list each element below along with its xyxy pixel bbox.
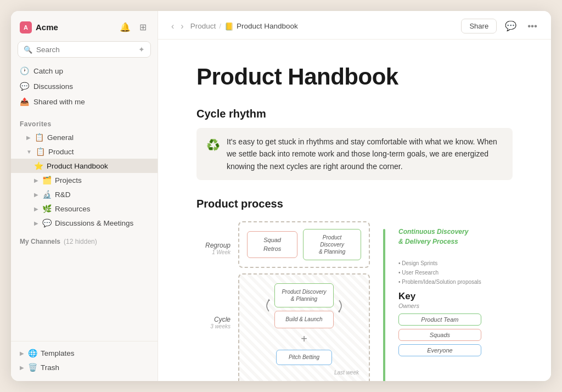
chevron-right-icon: ▶ <box>34 177 38 183</box>
layout-icon[interactable]: ⊞ <box>137 21 149 33</box>
arrow-right-icon <box>337 298 346 314</box>
catchup-icon: 🕐 <box>20 66 29 75</box>
process-right: Continuous Discovery & Delivery Process … <box>398 221 481 360</box>
general-icon: 📋 <box>35 133 44 142</box>
sidebar-item-product-handbook[interactable]: ⭐ Product Handbook <box>11 159 158 173</box>
build-launch-card: Build & Launch <box>274 311 333 328</box>
workspace-icon: A <box>20 21 32 33</box>
main-content: ‹ › Product / 📒 Product Handbook Share 💬… <box>158 11 551 381</box>
projects-icon: 🗂️ <box>42 176 52 184</box>
content-area: Product Handbook Cycle rhythm ♻️ It's ea… <box>158 40 551 381</box>
key-squads: Squads <box>398 329 481 341</box>
search-input[interactable] <box>36 46 134 54</box>
sidebar-item-discussions[interactable]: 💬 Discussions <box>11 79 158 94</box>
cycle-label: Cycle <box>214 316 231 323</box>
comment-icon[interactable]: 💬 <box>502 19 519 33</box>
discovery-planning-card-top: Product Discovery& Planning <box>303 229 361 260</box>
breadcrumb-parent[interactable]: Product <box>190 22 216 30</box>
arrow-left-icon <box>262 298 271 314</box>
templates-icon: 🌐 <box>28 349 37 357</box>
discussions-icon: 💬 <box>20 82 29 91</box>
more-options-icon[interactable]: ••• <box>525 19 540 33</box>
sidebar-header: A Acme 🔔 ⊞ <box>11 11 158 39</box>
key-title: Key <box>398 291 481 302</box>
svg-marker-1 <box>338 311 340 313</box>
favorites-header: Favorites <box>11 113 158 130</box>
sidebar-item-trash[interactable]: ▶ 🗑️ Trash <box>11 360 158 374</box>
product-icon: 📋 <box>36 147 45 156</box>
breadcrumb-current[interactable]: 📒 Product Handbook <box>224 22 298 31</box>
sidebar-item-catchup[interactable]: 🕐 Catch up <box>11 63 158 79</box>
process-diagram: Regroup 1 Week Cycle 3 weeks <box>196 221 513 381</box>
chevron-down-icon: ▼ <box>26 149 32 155</box>
sidebar-item-rnd[interactable]: ▶ 🔬 R&D <box>11 187 158 201</box>
breadcrumb-separator: / <box>219 22 221 30</box>
svg-marker-0 <box>268 299 270 301</box>
back-button[interactable]: ‹ <box>169 20 176 32</box>
product-process-title: Product process <box>196 198 513 210</box>
channels-label: My Channels <box>20 238 60 245</box>
notes-list: • Design Sprints • User Research • Probl… <box>398 259 481 287</box>
regroup-label: Regroup <box>205 242 231 249</box>
notification-icon[interactable]: 🔔 <box>117 21 133 33</box>
regroup-duration: 1 Week <box>212 249 231 255</box>
search-bar[interactable]: 🔍 ✦ <box>18 41 151 58</box>
continuous-label: Continuous Discovery & Delivery Process <box>398 227 470 247</box>
callout-box: ♻️ It's easy to get stuck in rhythms and… <box>196 128 513 180</box>
vertical-line <box>383 229 385 381</box>
chevron-right-icon: ▶ <box>34 192 38 198</box>
topbar-actions: Share 💬 ••• <box>461 19 540 33</box>
key-everyone: Everyone <box>398 344 481 356</box>
sidebar-icon-group: 🔔 ⊞ <box>117 21 149 33</box>
plus-icon: + <box>301 333 307 345</box>
search-icon: 🔍 <box>24 46 32 54</box>
sidebar-nav: 🕐 Catch up 💬 Discussions 📤 Shared with m… <box>11 62 158 113</box>
callout-text: It's easy to get stuck in rhythms and st… <box>227 136 503 172</box>
share-button[interactable]: Share <box>461 19 497 33</box>
chevron-right-icon: ▶ <box>34 206 38 212</box>
nav-arrows: ‹ › <box>169 20 186 32</box>
star-icon: ⭐ <box>34 161 43 170</box>
sidebar-item-general[interactable]: ▶ 📋 General <box>11 130 158 144</box>
callout-icon: ♻️ <box>206 136 220 154</box>
resources-icon: 🌿 <box>42 204 52 213</box>
sidebar: A Acme 🔔 ⊞ 🔍 ✦ 🕐 Catch up 💬 Discussions <box>11 11 158 381</box>
trash-icon: 🗑️ <box>28 363 37 372</box>
forward-button[interactable]: › <box>178 20 186 32</box>
chevron-right-icon: ▶ <box>26 135 31 141</box>
sidebar-item-projects[interactable]: ▶ 🗂️ Projects <box>11 173 158 187</box>
key-section: • Design Sprints • User Research • Probl… <box>398 259 481 360</box>
workspace-name[interactable]: A Acme <box>20 21 58 33</box>
chevron-right-icon: ▶ <box>20 365 24 371</box>
pitch-betting-card: Pitch Betting <box>276 350 332 365</box>
search-ai-icon[interactable]: ✦ <box>138 45 145 54</box>
page-title: Product Handbook <box>196 64 513 90</box>
regroup-cards: Squad Retros Product Discovery& Planning <box>247 229 361 260</box>
breadcrumb: Product / 📒 Product Handbook <box>190 22 457 31</box>
discovery-planning-card: Product Discovery& Planning <box>274 283 333 307</box>
key-product-team: Product Team <box>398 313 481 326</box>
chevron-right-icon: ▶ <box>34 220 38 226</box>
last-week-label: Last week <box>334 369 361 376</box>
regroup-block: Squad Retros Product Discovery& Planning <box>238 221 370 268</box>
channels-hidden: (12 hidden) <box>64 238 97 245</box>
cycle-rhythm-title: Cycle rhythm <box>196 108 513 120</box>
sidebar-item-discussions-meetings[interactable]: ▶ 💬 Discussions & Meetings <box>11 216 158 230</box>
sidebar-bottom: ▶ 🌐 Templates ▶ 🗑️ Trash <box>11 341 158 381</box>
chevron-right-icon: ▶ <box>20 350 24 356</box>
topbar: ‹ › Product / 📒 Product Handbook Share 💬… <box>158 11 551 40</box>
sidebar-item-product[interactable]: ▼ 📋 Product <box>11 144 158 159</box>
sidebar-item-resources[interactable]: ▶ 🌿 Resources <box>11 201 158 216</box>
disc-meetings-icon: 💬 <box>42 219 52 227</box>
key-owners-label: Owners <box>398 303 481 309</box>
cycle-duration: 3 weeks <box>210 323 231 329</box>
rnd-icon: 🔬 <box>42 190 52 199</box>
cycle-block: Product Discovery& Planning Build & Laun… <box>238 273 370 381</box>
app-window: A Acme 🔔 ⊞ 🔍 ✦ 🕐 Catch up 💬 Discussions <box>11 11 551 381</box>
squad-retros-card: Squad Retros <box>247 231 297 258</box>
breadcrumb-icon: 📒 <box>224 22 234 31</box>
shared-icon: 📤 <box>20 97 29 106</box>
sidebar-item-templates[interactable]: ▶ 🌐 Templates <box>11 346 158 360</box>
sidebar-item-shared[interactable]: 📤 Shared with me <box>11 94 158 109</box>
